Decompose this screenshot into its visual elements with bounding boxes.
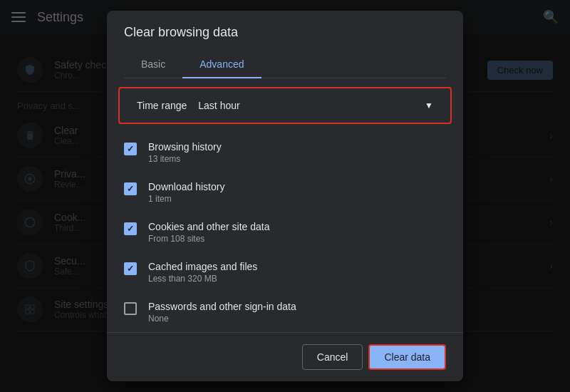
item-sub-passwords: None [148, 314, 446, 324]
checkbox-item-download-history[interactable]: ✓ Download history 1 item [107, 172, 463, 212]
checkbox-item-passwords[interactable]: Passwords and other sign-in data None [107, 292, 463, 332]
item-text-download-history: Download history 1 item [148, 181, 446, 204]
item-sub-cookies: From 108 sites [148, 234, 446, 244]
checkbox-item-cookies[interactable]: ✓ Cookies and other site data From 108 s… [107, 212, 463, 252]
dialog-header: Clear browsing data Basic Advanced [107, 11, 463, 78]
item-sub-cached-images: Less than 320 MB [148, 274, 446, 284]
checkbox-items-list: ✓ Browsing history 13 items ✓ Download h… [107, 133, 463, 332]
dropdown-arrow-icon: ▼ [425, 100, 433, 110]
modal-overlay: Clear browsing data Basic Advanced Time … [0, 0, 570, 392]
item-text-cookies: Cookies and other site data From 108 sit… [148, 221, 446, 244]
item-text-cached-images: Cached images and files Less than 320 MB [148, 261, 446, 284]
checkbox-browsing-history[interactable]: ✓ [124, 143, 137, 155]
cancel-button[interactable]: Cancel [302, 344, 363, 370]
dialog-tabs: Basic Advanced [124, 51, 446, 78]
checkbox-item-browsing-history[interactable]: ✓ Browsing history 13 items [107, 133, 463, 172]
checkbox-passwords[interactable] [124, 302, 137, 315]
item-label-browsing-history: Browsing history [148, 141, 446, 153]
item-text-passwords: Passwords and other sign-in data None [148, 301, 446, 324]
item-sub-download-history: 1 item [148, 194, 446, 204]
tab-basic[interactable]: Basic [124, 51, 182, 78]
item-label-passwords: Passwords and other sign-in data [148, 301, 446, 312]
checkbox-item-cached-images[interactable]: ✓ Cached images and files Less than 320 … [107, 252, 463, 292]
item-label-cookies: Cookies and other site data [148, 221, 446, 232]
item-label-cached-images: Cached images and files [148, 261, 446, 272]
clear-data-button[interactable]: Clear data [368, 344, 446, 370]
time-range-select[interactable]: Last hour Last 24 hours Last 7 days Last… [198, 100, 419, 111]
time-range-label: Time range [137, 100, 187, 111]
checkbox-download-history[interactable]: ✓ [124, 182, 137, 195]
time-range-row[interactable]: Time range Last hour Last 24 hours Last … [118, 87, 452, 124]
item-text-browsing-history: Browsing history 13 items [148, 141, 446, 164]
clear-browsing-dialog: Clear browsing data Basic Advanced Time … [107, 11, 463, 381]
dialog-title: Clear browsing data [124, 25, 446, 40]
checkbox-cookies[interactable]: ✓ [124, 222, 137, 235]
checkbox-cached-images[interactable]: ✓ [124, 262, 137, 275]
item-label-download-history: Download history [148, 181, 446, 192]
dialog-footer: Cancel Clear data [107, 332, 463, 381]
item-sub-browsing-history: 13 items [148, 154, 446, 164]
tab-advanced[interactable]: Advanced [182, 51, 261, 78]
dialog-body: Time range Last hour Last 24 hours Last … [107, 78, 463, 332]
